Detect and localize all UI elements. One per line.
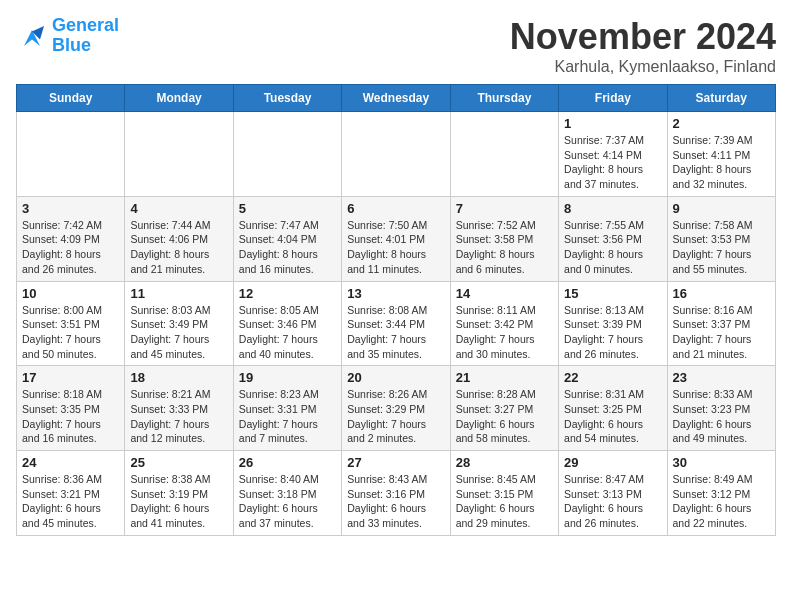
calendar-body: 1Sunrise: 7:37 AMSunset: 4:14 PMDaylight… (17, 112, 776, 536)
day-number: 24 (22, 455, 119, 470)
day-number: 4 (130, 201, 227, 216)
day-number: 29 (564, 455, 661, 470)
cell-2-3: 13Sunrise: 8:08 AMSunset: 3:44 PMDayligh… (342, 281, 450, 366)
col-wednesday: Wednesday (342, 85, 450, 112)
cell-0-6: 2Sunrise: 7:39 AMSunset: 4:11 PMDaylight… (667, 112, 775, 197)
cell-info: Sunrise: 8:05 AMSunset: 3:46 PMDaylight:… (239, 303, 336, 362)
day-number: 10 (22, 286, 119, 301)
cell-info: Sunrise: 7:47 AMSunset: 4:04 PMDaylight:… (239, 218, 336, 277)
cell-info: Sunrise: 8:26 AMSunset: 3:29 PMDaylight:… (347, 387, 444, 446)
cell-info: Sunrise: 7:55 AMSunset: 3:56 PMDaylight:… (564, 218, 661, 277)
day-number: 28 (456, 455, 553, 470)
cell-3-5: 22Sunrise: 8:31 AMSunset: 3:25 PMDayligh… (559, 366, 667, 451)
cell-info: Sunrise: 8:45 AMSunset: 3:15 PMDaylight:… (456, 472, 553, 531)
day-number: 13 (347, 286, 444, 301)
cell-1-0: 3Sunrise: 7:42 AMSunset: 4:09 PMDaylight… (17, 196, 125, 281)
cell-info: Sunrise: 7:39 AMSunset: 4:11 PMDaylight:… (673, 133, 770, 192)
day-number: 19 (239, 370, 336, 385)
cell-0-3 (342, 112, 450, 197)
cell-info: Sunrise: 8:13 AMSunset: 3:39 PMDaylight:… (564, 303, 661, 362)
cell-0-2 (233, 112, 341, 197)
week-row-5: 24Sunrise: 8:36 AMSunset: 3:21 PMDayligh… (17, 451, 776, 536)
cell-info: Sunrise: 7:58 AMSunset: 3:53 PMDaylight:… (673, 218, 770, 277)
cell-info: Sunrise: 8:31 AMSunset: 3:25 PMDaylight:… (564, 387, 661, 446)
cell-1-2: 5Sunrise: 7:47 AMSunset: 4:04 PMDaylight… (233, 196, 341, 281)
day-number: 7 (456, 201, 553, 216)
day-number: 27 (347, 455, 444, 470)
cell-1-4: 7Sunrise: 7:52 AMSunset: 3:58 PMDaylight… (450, 196, 558, 281)
cell-info: Sunrise: 8:21 AMSunset: 3:33 PMDaylight:… (130, 387, 227, 446)
cell-info: Sunrise: 8:18 AMSunset: 3:35 PMDaylight:… (22, 387, 119, 446)
logo: General Blue (16, 16, 119, 56)
cell-info: Sunrise: 7:50 AMSunset: 4:01 PMDaylight:… (347, 218, 444, 277)
day-number: 2 (673, 116, 770, 131)
logo-line1: General (52, 15, 119, 35)
cell-4-1: 25Sunrise: 8:38 AMSunset: 3:19 PMDayligh… (125, 451, 233, 536)
cell-info: Sunrise: 8:11 AMSunset: 3:42 PMDaylight:… (456, 303, 553, 362)
cell-0-4 (450, 112, 558, 197)
cell-info: Sunrise: 8:16 AMSunset: 3:37 PMDaylight:… (673, 303, 770, 362)
cell-3-3: 20Sunrise: 8:26 AMSunset: 3:29 PMDayligh… (342, 366, 450, 451)
cell-info: Sunrise: 8:03 AMSunset: 3:49 PMDaylight:… (130, 303, 227, 362)
day-number: 30 (673, 455, 770, 470)
week-row-3: 10Sunrise: 8:00 AMSunset: 3:51 PMDayligh… (17, 281, 776, 366)
cell-info: Sunrise: 8:43 AMSunset: 3:16 PMDaylight:… (347, 472, 444, 531)
cell-4-5: 29Sunrise: 8:47 AMSunset: 3:13 PMDayligh… (559, 451, 667, 536)
title-area: November 2024 Karhula, Kymenlaakso, Finl… (510, 16, 776, 76)
day-number: 21 (456, 370, 553, 385)
col-monday: Monday (125, 85, 233, 112)
day-number: 9 (673, 201, 770, 216)
cell-0-5: 1Sunrise: 7:37 AMSunset: 4:14 PMDaylight… (559, 112, 667, 197)
day-number: 1 (564, 116, 661, 131)
cell-2-2: 12Sunrise: 8:05 AMSunset: 3:46 PMDayligh… (233, 281, 341, 366)
cell-2-6: 16Sunrise: 8:16 AMSunset: 3:37 PMDayligh… (667, 281, 775, 366)
cell-info: Sunrise: 8:33 AMSunset: 3:23 PMDaylight:… (673, 387, 770, 446)
cell-3-6: 23Sunrise: 8:33 AMSunset: 3:23 PMDayligh… (667, 366, 775, 451)
cell-info: Sunrise: 7:42 AMSunset: 4:09 PMDaylight:… (22, 218, 119, 277)
col-saturday: Saturday (667, 85, 775, 112)
day-number: 16 (673, 286, 770, 301)
col-thursday: Thursday (450, 85, 558, 112)
location-title: Karhula, Kymenlaakso, Finland (510, 58, 776, 76)
cell-info: Sunrise: 8:49 AMSunset: 3:12 PMDaylight:… (673, 472, 770, 531)
cell-info: Sunrise: 8:40 AMSunset: 3:18 PMDaylight:… (239, 472, 336, 531)
cell-info: Sunrise: 8:36 AMSunset: 3:21 PMDaylight:… (22, 472, 119, 531)
day-number: 22 (564, 370, 661, 385)
weekday-row: Sunday Monday Tuesday Wednesday Thursday… (17, 85, 776, 112)
col-sunday: Sunday (17, 85, 125, 112)
cell-0-1 (125, 112, 233, 197)
cell-info: Sunrise: 8:00 AMSunset: 3:51 PMDaylight:… (22, 303, 119, 362)
cell-info: Sunrise: 8:47 AMSunset: 3:13 PMDaylight:… (564, 472, 661, 531)
cell-info: Sunrise: 8:23 AMSunset: 3:31 PMDaylight:… (239, 387, 336, 446)
day-number: 6 (347, 201, 444, 216)
cell-3-1: 18Sunrise: 8:21 AMSunset: 3:33 PMDayligh… (125, 366, 233, 451)
day-number: 5 (239, 201, 336, 216)
cell-4-0: 24Sunrise: 8:36 AMSunset: 3:21 PMDayligh… (17, 451, 125, 536)
month-title: November 2024 (510, 16, 776, 58)
cell-3-2: 19Sunrise: 8:23 AMSunset: 3:31 PMDayligh… (233, 366, 341, 451)
cell-info: Sunrise: 8:28 AMSunset: 3:27 PMDaylight:… (456, 387, 553, 446)
week-row-4: 17Sunrise: 8:18 AMSunset: 3:35 PMDayligh… (17, 366, 776, 451)
cell-4-3: 27Sunrise: 8:43 AMSunset: 3:16 PMDayligh… (342, 451, 450, 536)
cell-3-0: 17Sunrise: 8:18 AMSunset: 3:35 PMDayligh… (17, 366, 125, 451)
logo-icon (16, 22, 48, 50)
day-number: 17 (22, 370, 119, 385)
cell-4-2: 26Sunrise: 8:40 AMSunset: 3:18 PMDayligh… (233, 451, 341, 536)
day-number: 11 (130, 286, 227, 301)
day-number: 26 (239, 455, 336, 470)
cell-3-4: 21Sunrise: 8:28 AMSunset: 3:27 PMDayligh… (450, 366, 558, 451)
header: General Blue November 2024 Karhula, Kyme… (16, 16, 776, 76)
calendar-table: Sunday Monday Tuesday Wednesday Thursday… (16, 84, 776, 536)
day-number: 23 (673, 370, 770, 385)
cell-2-1: 11Sunrise: 8:03 AMSunset: 3:49 PMDayligh… (125, 281, 233, 366)
day-number: 12 (239, 286, 336, 301)
week-row-1: 1Sunrise: 7:37 AMSunset: 4:14 PMDaylight… (17, 112, 776, 197)
cell-4-6: 30Sunrise: 8:49 AMSunset: 3:12 PMDayligh… (667, 451, 775, 536)
cell-info: Sunrise: 8:38 AMSunset: 3:19 PMDaylight:… (130, 472, 227, 531)
col-tuesday: Tuesday (233, 85, 341, 112)
calendar-header: Sunday Monday Tuesday Wednesday Thursday… (17, 85, 776, 112)
cell-2-5: 15Sunrise: 8:13 AMSunset: 3:39 PMDayligh… (559, 281, 667, 366)
cell-2-0: 10Sunrise: 8:00 AMSunset: 3:51 PMDayligh… (17, 281, 125, 366)
cell-info: Sunrise: 7:52 AMSunset: 3:58 PMDaylight:… (456, 218, 553, 277)
day-number: 14 (456, 286, 553, 301)
